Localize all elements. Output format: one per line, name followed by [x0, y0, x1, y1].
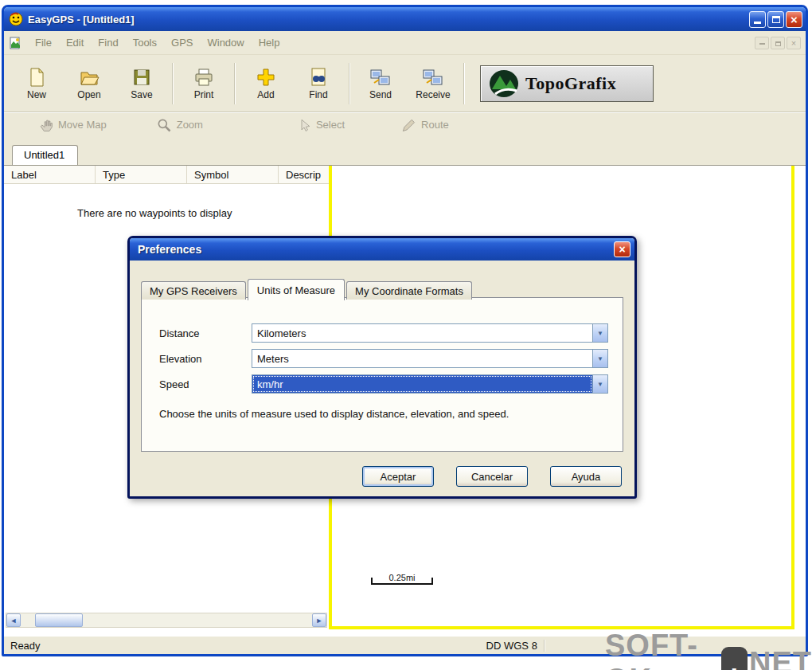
speed-value: km/hr: [252, 375, 592, 393]
topografix-mountain-icon: [489, 69, 519, 98]
dialog-close-button[interactable]: ×: [614, 241, 630, 257]
maximize-button[interactable]: [767, 11, 784, 28]
elevation-value: Meters: [252, 350, 592, 367]
move-map-tool[interactable]: Move Map: [37, 117, 107, 133]
tab-my-coordinate-formats[interactable]: My Coordinate Formats: [346, 281, 472, 300]
print-icon: [193, 67, 214, 88]
pencil-icon: [400, 117, 416, 133]
minimize-icon: [754, 22, 761, 24]
select-tool[interactable]: Select: [297, 117, 345, 133]
find-button[interactable]: Find: [292, 59, 345, 108]
menu-window[interactable]: Window: [200, 34, 251, 51]
mdi-window-controls: ×: [755, 37, 801, 49]
scroll-left-button[interactable]: ◄: [6, 613, 21, 627]
menu-find[interactable]: Find: [91, 34, 125, 51]
close-button[interactable]: ×: [786, 11, 802, 28]
tab-my-gps-receivers[interactable]: My GPS Receivers: [141, 281, 246, 300]
route-tool[interactable]: Route: [400, 117, 449, 133]
scroll-left-icon: ◄: [10, 617, 18, 625]
add-label: Add: [257, 89, 274, 100]
topografix-logo: TopoGrafix: [480, 65, 654, 102]
map-scale-label: 0.25mi: [373, 573, 431, 582]
tab-untitled1[interactable]: Untitled1: [12, 145, 78, 165]
dialog-title: Preferences: [138, 243, 614, 256]
save-button[interactable]: Save: [115, 59, 168, 108]
dialog-tabs: My GPS Receivers Units of Measure My Coo…: [141, 278, 474, 300]
distance-dropdown-button[interactable]: ▼: [592, 324, 607, 342]
dialog-close-icon: ×: [619, 244, 625, 255]
horizontal-scrollbar[interactable]: ◄ ►: [6, 613, 327, 628]
new-button[interactable]: New: [10, 59, 63, 108]
distance-combobox[interactable]: Kilometers ▼: [252, 323, 608, 343]
add-button[interactable]: Add: [240, 59, 292, 108]
status-separator: [544, 640, 545, 652]
title-bar: EasyGPS - [Untitled1] ×: [4, 7, 806, 31]
print-button[interactable]: Print: [178, 59, 230, 108]
zoom-label: Zoom: [177, 119, 203, 131]
elevation-dropdown-button[interactable]: ▼: [592, 350, 607, 367]
ayuda-button[interactable]: Ayuda: [550, 466, 622, 487]
mdi-close-button[interactable]: ×: [787, 37, 801, 49]
dialog-buttons: Aceptar Cancelar Ayuda: [362, 466, 622, 487]
units-description: Choose the units of measure used to disp…: [159, 408, 610, 420]
document-tab-strip: Untitled1: [4, 136, 806, 165]
scrollbar-thumb[interactable]: [35, 613, 83, 627]
waypoint-list-header: Label Type Symbol Descrip: [4, 166, 329, 184]
column-header-type[interactable]: Type: [96, 166, 187, 183]
zoom-tool[interactable]: Zoom: [156, 117, 203, 133]
menu-edit[interactable]: Edit: [59, 34, 91, 51]
column-header-symbol[interactable]: Symbol: [187, 166, 279, 183]
close-icon: ×: [791, 14, 798, 25]
tab-units-of-measure[interactable]: Units of Measure: [248, 279, 345, 300]
maximize-icon: [772, 16, 780, 23]
preferences-dialog: Preferences × My GPS Receivers Units of …: [127, 236, 637, 499]
send-gps-icon: [369, 67, 392, 88]
column-header-label[interactable]: Label: [4, 166, 96, 183]
mdi-restore-button[interactable]: [771, 37, 785, 49]
smiley-app-icon: [9, 12, 23, 26]
status-ready: Ready: [10, 640, 41, 652]
easygps-window: EasyGPS - [Untitled1] × File Edit Find T…: [2, 5, 808, 656]
dialog-title-bar: Preferences ×: [130, 238, 634, 261]
watermark-prefix: SOFT-OK: [605, 629, 720, 670]
watermark-suffix: NET: [749, 646, 812, 670]
menu-help[interactable]: Help: [252, 34, 287, 51]
magnifier-icon: [156, 117, 172, 133]
toolbar-separator: [463, 63, 465, 104]
speed-combobox[interactable]: km/hr ▼: [252, 374, 608, 394]
open-folder-icon: [79, 67, 100, 88]
scrollbar-track[interactable]: [21, 613, 312, 627]
elevation-combobox[interactable]: Meters ▼: [252, 349, 608, 368]
distance-value: Kilometers: [252, 324, 592, 342]
map-scale-bar: 0.25mi: [373, 572, 431, 585]
column-header-description[interactable]: Descrip: [279, 166, 329, 183]
hand-icon: [37, 117, 53, 133]
pane-divider-right: [791, 166, 794, 628]
map-document-icon: [9, 37, 21, 49]
distance-field-row: Distance Kilometers ▼: [142, 323, 623, 343]
new-label: New: [27, 89, 46, 100]
scroll-right-button[interactable]: ►: [312, 613, 326, 627]
mdi-minimize-button[interactable]: [755, 37, 769, 49]
menu-file[interactable]: File: [28, 34, 59, 51]
main-toolbar: New Open Save Print: [4, 55, 806, 112]
speed-dropdown-button[interactable]: ▼: [592, 375, 607, 393]
receive-button[interactable]: Receive: [407, 59, 459, 108]
aceptar-button[interactable]: Aceptar: [362, 466, 434, 487]
minimize-button[interactable]: [749, 11, 766, 28]
elevation-label: Elevation: [142, 353, 252, 365]
cancelar-button[interactable]: Cancelar: [456, 466, 528, 487]
open-label: Open: [77, 89, 100, 100]
window-title: EasyGPS - [Untitled1]: [28, 14, 748, 25]
chevron-down-icon: ▼: [597, 381, 603, 388]
menu-gps[interactable]: GPS: [164, 34, 200, 51]
open-button[interactable]: Open: [63, 59, 115, 108]
send-button[interactable]: Send: [354, 59, 407, 108]
mdi-close-icon: ×: [791, 38, 796, 48]
menu-tools[interactable]: Tools: [126, 34, 164, 51]
mdi-restore-icon: [775, 41, 781, 46]
print-label: Print: [194, 89, 214, 100]
units-of-measure-panel: Distance Kilometers ▼ Elevation Meters ▼: [141, 297, 623, 452]
content-area: Label Type Symbol Descrip There are no w…: [4, 165, 806, 636]
soft-ok-watermark: SOFT-OK . NET: [605, 629, 812, 670]
